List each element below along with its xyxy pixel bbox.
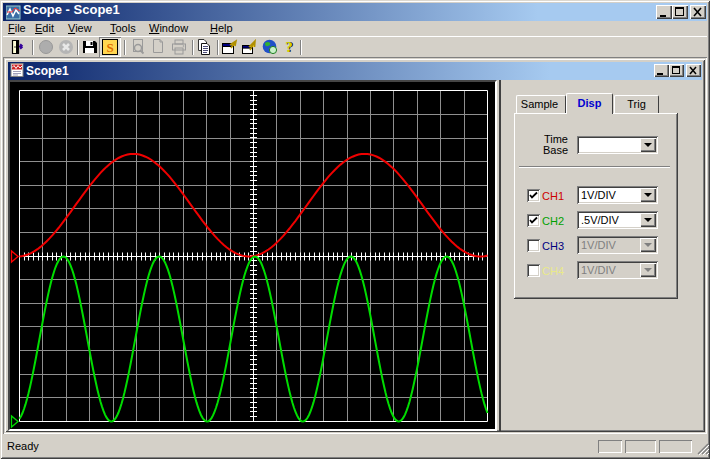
svg-text:S: S: [106, 40, 113, 55]
svg-text:?: ?: [285, 39, 293, 55]
